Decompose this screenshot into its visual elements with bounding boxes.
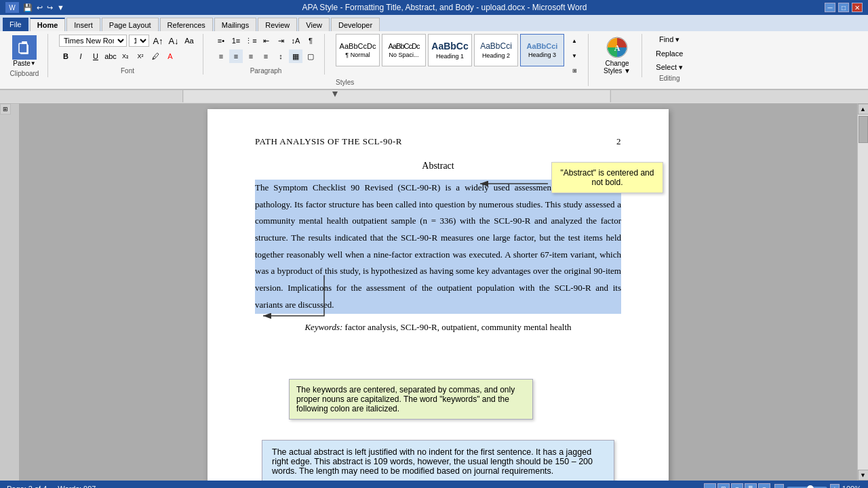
decrease-indent-button[interactable]: ⇤ <box>259 34 273 47</box>
style-normal-label: ¶ Normal <box>345 52 370 58</box>
font-section: Times New Rom 12 A↑ A↓ Aa B I U abc X₂ X… <box>56 34 203 75</box>
view-select-button[interactable]: ⊞ <box>0 104 11 115</box>
select-button[interactable]: Select ▾ <box>653 62 686 73</box>
select-button-label: Select ▾ <box>656 63 683 72</box>
style-h3-preview: AaBbCci <box>527 42 558 50</box>
style-heading2[interactable]: AaBbCci Heading 2 <box>474 34 518 66</box>
align-right-button[interactable]: ≡ <box>244 49 258 63</box>
zoom-out-button[interactable]: − <box>774 484 784 488</box>
left-sidebar: ⊞ <box>0 104 19 481</box>
abstract-body[interactable]: The Symptom Checklist 90 Revised (SCL-90… <box>255 180 621 314</box>
window-icon: W <box>5 2 19 13</box>
border-button[interactable]: ▢ <box>304 49 317 63</box>
document-page: PATH ANALYSIS OF THE SCL-90-R 2 Abstract… <box>208 109 669 481</box>
minimize-button[interactable]: ─ <box>825 3 835 12</box>
find-button[interactable]: Find ▾ <box>653 34 686 45</box>
show-formatting-button[interactable]: ¶ <box>304 34 317 47</box>
maximize-button[interactable]: □ <box>838 3 849 12</box>
increase-indent-button[interactable]: ⇥ <box>274 34 288 47</box>
outline-button[interactable]: ≣ <box>745 483 757 488</box>
style-nospace-preview: AaBbCcDc <box>389 42 420 50</box>
bold-button[interactable]: B <box>59 49 73 63</box>
font-grow-button[interactable]: A↑ <box>151 34 165 47</box>
scroll-up-button[interactable]: ▲ <box>858 104 869 115</box>
ribbon-content: Paste ▼ Clipboard Times New Rom 12 A↑ A↓… <box>0 31 868 90</box>
font-name-selector[interactable]: Times New Rom <box>59 35 127 47</box>
page-header: PATH ANALYSIS OF THE SCL-90-R 2 <box>255 136 621 147</box>
page-info: Page: 2 of 4 <box>7 485 47 488</box>
justify-button[interactable]: ≡ <box>259 49 273 63</box>
bottom-annotation: The actual abstract is left justified wi… <box>262 440 614 481</box>
print-layout-button[interactable]: ▪ <box>704 483 716 488</box>
font-shrink-button[interactable]: A↓ <box>167 34 180 47</box>
styles-label: Styles <box>336 79 354 86</box>
tab-insert[interactable]: Insert <box>66 18 100 31</box>
clear-format-button[interactable]: Aa <box>182 34 196 47</box>
superscript-button[interactable]: X² <box>134 49 147 63</box>
styles-scroll: ▲ ▼ ⊞ <box>568 34 581 77</box>
tab-home[interactable]: Home <box>30 18 66 31</box>
style-normal[interactable]: AaBbCcDc ¶ Normal <box>336 34 380 66</box>
word-count: Words: 997 <box>58 485 96 488</box>
fullscreen-button[interactable]: ⊞ <box>717 483 730 488</box>
document-area: ⊞ PATH ANALYSIS OF THE SCL-90-R 2 Abstra… <box>0 104 868 481</box>
scroll-thumb[interactable] <box>859 116 868 143</box>
style-h2-label: Heading 2 <box>482 52 510 59</box>
shading-button[interactable]: ▦ <box>289 49 302 63</box>
web-layout-button[interactable]: ≡ <box>731 483 743 488</box>
scroll-down-button[interactable]: ▼ <box>858 470 869 481</box>
window-title: APA Style - Formatting Title, Abstract, … <box>64 3 825 12</box>
find-button-label: Find ▾ <box>659 35 679 44</box>
keywords-label: Keywords: <box>304 322 342 332</box>
status-bar: Page: 2 of 4 Words: 997 ▪ ⊞ ≡ ≣ ≡ − + 10… <box>0 481 868 488</box>
underline-button[interactable]: U <box>89 49 102 63</box>
tab-references[interactable]: References <box>160 18 213 31</box>
svg-rect-8 <box>183 90 610 102</box>
italic-button[interactable]: I <box>74 49 87 63</box>
title-bar: W 💾 ↩ ↪ ▼ APA Style - Formatting Title, … <box>0 0 868 15</box>
replace-button[interactable]: Replace <box>653 48 686 59</box>
window-controls[interactable]: ─ □ ✕ <box>825 3 863 12</box>
document-scroll[interactable]: PATH ANALYSIS OF THE SCL-90-R 2 Abstract… <box>19 104 857 481</box>
ruler-svg <box>0 90 868 102</box>
editing-label: Editing <box>659 75 680 82</box>
font-size-selector[interactable]: 12 <box>129 35 149 47</box>
zoom-level: 100% <box>842 485 861 488</box>
draft-button[interactable]: ≡ <box>758 483 770 488</box>
styles-expand[interactable]: ⊞ <box>568 64 581 77</box>
zoom-thumb <box>807 485 814 488</box>
clipboard-section: Paste ▼ Clipboard <box>5 34 48 77</box>
style-heading1[interactable]: AaBbCc Heading 1 <box>428 34 472 66</box>
strikethrough-button[interactable]: abc <box>104 49 117 63</box>
tab-mailings[interactable]: Mailings <box>214 18 256 31</box>
bullets-button[interactable]: ≡• <box>214 34 228 47</box>
tab-review[interactable]: Review <box>258 18 297 31</box>
sort-button[interactable]: ↕A <box>289 34 302 47</box>
tab-file[interactable]: File <box>3 18 28 31</box>
zoom-in-button[interactable]: + <box>830 484 840 488</box>
change-styles-button[interactable]: A ChangeStyles ▼ <box>599 34 635 76</box>
close-button[interactable]: ✕ <box>852 3 863 12</box>
align-left-button[interactable]: ≡ <box>214 49 228 63</box>
style-nospace[interactable]: AaBbCcDc No Spaci... <box>382 34 426 66</box>
multilevel-button[interactable]: ⋮≡ <box>244 34 258 47</box>
tab-developer[interactable]: Developer <box>331 18 380 31</box>
styles-scroll-down[interactable]: ▼ <box>568 49 581 62</box>
svg-rect-2 <box>22 41 27 44</box>
style-h2-preview: AaBbCci <box>480 41 512 51</box>
ribbon-tabs: File Home Insert Page Layout References … <box>0 15 868 31</box>
change-styles-section: A ChangeStyles ▼ <box>597 34 642 77</box>
numbering-button[interactable]: 1≡ <box>229 34 243 47</box>
keywords-annotation: The keywords are centered, separated by … <box>289 379 533 420</box>
tab-pagelayout[interactable]: Page Layout <box>102 18 159 31</box>
font-color-button[interactable]: A <box>163 49 177 63</box>
tab-view[interactable]: View <box>298 18 330 31</box>
styles-scroll-up[interactable]: ▲ <box>568 34 581 47</box>
align-center-button[interactable]: ≡ <box>229 49 243 63</box>
replace-button-label: Replace <box>656 49 683 58</box>
paste-button[interactable]: Paste ▼ <box>8 34 41 68</box>
style-heading3[interactable]: AaBbCci Heading 3 <box>520 34 564 66</box>
subscript-button[interactable]: X₂ <box>119 49 132 63</box>
line-spacing-button[interactable]: ↕ <box>274 49 288 63</box>
text-highlight-button[interactable]: 🖊 <box>149 49 162 63</box>
